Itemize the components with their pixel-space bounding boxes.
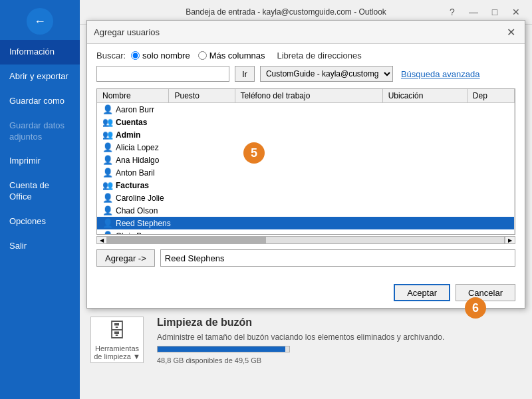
title-bar-controls: ? — □ ✕: [444, 4, 524, 20]
table-row[interactable]: 👤Caroline Jolie: [97, 192, 515, 204]
table-row[interactable]: 👥Facturas: [97, 179, 515, 192]
add-button[interactable]: Agregar ->: [96, 249, 155, 267]
table-row[interactable]: 👤Ana Hidalgo: [97, 154, 515, 166]
bg-icon-label: Herramientas de limpieza ▼: [91, 344, 143, 360]
accept-button[interactable]: Aceptar: [394, 284, 450, 301]
address-book-select[interactable]: CustomGuide - kayla@customguide.com: [260, 66, 393, 82]
bg-card: 🗄 Herramientas de limpieza ▼ Limpieza de…: [90, 317, 521, 365]
table-row[interactable]: 👤Anton Baril: [97, 166, 515, 179]
back-button[interactable]: ←: [27, 8, 53, 35]
scroll-thumb[interactable]: [108, 237, 266, 243]
search-input[interactable]: [96, 66, 229, 82]
col-telefono: Teléfono del trabajo: [235, 89, 382, 103]
cancel-button[interactable]: Cancelar: [456, 284, 515, 301]
dialog-title: Agregar usuarios: [94, 27, 160, 37]
col-dep: Dep: [467, 89, 514, 103]
sidebar-item-opciones[interactable]: Opciones: [0, 209, 80, 234]
dialog-footer: Aceptar Cancelar 6: [87, 280, 525, 308]
search-row-1: Buscar: solo nombre Más columnas Libreta…: [96, 51, 515, 61]
sidebar-item-imprimir[interactable]: Imprimir: [0, 149, 80, 174]
sidebar-item-cuenta[interactable]: Cuenta de Office: [0, 174, 80, 209]
scroll-track[interactable]: [107, 236, 505, 244]
person-icon: 👤: [102, 205, 113, 215]
group-icon: 👥: [102, 130, 113, 140]
sidebar: ← Información Abrir y exportar Guardar c…: [0, 0, 80, 399]
person-icon: 👤: [102, 104, 113, 114]
col-puesto: Puesto: [169, 89, 235, 103]
person-icon: 👤: [102, 193, 113, 203]
sidebar-item-guardar[interactable]: Guardar como: [0, 89, 80, 114]
contacts-table-wrapper[interactable]: 5 Nombre Puesto Teléfono del trabajo Ubi…: [96, 88, 515, 235]
table-row[interactable]: 👥Admin: [97, 128, 515, 141]
table-row[interactable]: 👤Chris Brown: [97, 229, 515, 235]
group-icon: 👥: [102, 117, 113, 127]
window-title: Bandeja de entrada - kayla@customguide.c…: [128, 7, 444, 17]
sidebar-item-guardar-datos: Guardar datos adjuntos: [0, 114, 80, 150]
bg-content: 🗄 Herramientas de limpieza ▼ Limpieza de…: [80, 306, 532, 399]
sidebar-item-informacion[interactable]: Información: [0, 40, 80, 65]
table-header-row: Nombre Puesto Teléfono del trabajo Ubica…: [97, 89, 515, 103]
help-button[interactable]: ?: [444, 4, 460, 20]
dialog-body: Buscar: solo nombre Más columnas Libreta…: [87, 44, 525, 280]
back-arrow-icon: ←: [34, 15, 46, 29]
col-ubicacion: Ubicación: [382, 89, 467, 103]
horizontal-scrollbar[interactable]: ◀ ▶: [96, 236, 515, 244]
scroll-left-arrow[interactable]: ◀: [96, 236, 107, 244]
sidebar-item-salir[interactable]: Salir: [0, 234, 80, 259]
bg-title: Limpieza de buzón: [157, 317, 444, 329]
added-value-input[interactable]: [160, 249, 515, 267]
search-label: Buscar:: [96, 51, 126, 61]
col-nombre: Nombre: [97, 89, 169, 103]
table-row[interactable]: 👤Reed Stephens: [97, 217, 515, 229]
add-row: Agregar ->: [96, 249, 515, 267]
person-icon: 👤: [102, 142, 113, 152]
advanced-search-link[interactable]: Búsqueda avanzada: [401, 69, 480, 79]
table-row[interactable]: 👤Aaron Burr: [97, 103, 515, 116]
ir-button[interactable]: Ir: [235, 66, 255, 82]
contacts-table: Nombre Puesto Teléfono del trabajo Ubica…: [97, 89, 515, 235]
bg-text: Limpieza de buzón Administre el tamaño d…: [157, 317, 444, 365]
progress-bar-fill: [158, 346, 285, 352]
scroll-right-arrow[interactable]: ▶: [505, 236, 515, 244]
bg-icon-box[interactable]: 🗄 Herramientas de limpieza ▼: [90, 317, 144, 363]
add-users-dialog: Agregar usuarios ✕ Buscar: solo nombre M…: [86, 20, 525, 309]
radio-mas-columnas[interactable]: Más columnas: [198, 51, 265, 61]
person-icon: 👤: [102, 231, 113, 235]
table-row[interactable]: 👤Alicia Lopez: [97, 141, 515, 154]
close-button[interactable]: ✕: [508, 4, 524, 20]
person-icon: 👤: [102, 168, 113, 178]
bg-size-text: 48,8 GB disponibles de 49,5 GB: [157, 356, 261, 364]
radio-group: solo nombre Más columnas: [131, 51, 265, 61]
sidebar-item-abrir[interactable]: Abrir y exportar: [0, 65, 80, 89]
dialog-close-button[interactable]: ✕: [503, 25, 518, 39]
person-icon: 👤: [102, 218, 113, 228]
cleanup-icon: 🗄: [108, 320, 126, 342]
group-icon: 👥: [102, 180, 113, 190]
radio-solo-nombre[interactable]: solo nombre: [131, 51, 190, 61]
dialog-titlebar: Agregar usuarios ✕: [87, 21, 525, 44]
person-icon: 👤: [102, 155, 113, 165]
table-row[interactable]: 👥Cuentas: [97, 116, 515, 128]
maximize-button[interactable]: □: [487, 4, 503, 20]
table-row[interactable]: 👤Chad Olson: [97, 204, 515, 217]
address-book-label: Libreta de direcciones: [277, 51, 361, 61]
main-area: Bandeja de entrada - kayla@customguide.c…: [80, 0, 532, 399]
minimize-button[interactable]: —: [466, 4, 481, 20]
search-input-row: Ir CustomGuide - kayla@customguide.com B…: [96, 66, 515, 82]
progress-bar-wrapper: [157, 346, 290, 352]
bg-description: Administre el tamaño del buzón vaciando …: [157, 332, 444, 342]
